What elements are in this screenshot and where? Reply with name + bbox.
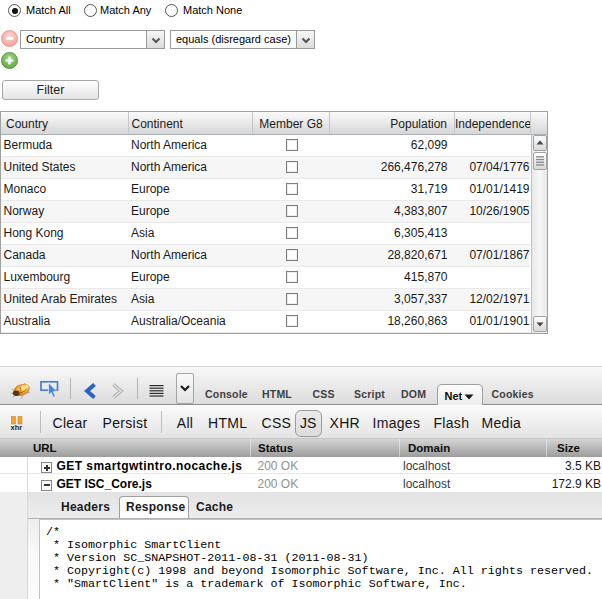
svg-text:xhr: xhr xyxy=(11,423,23,432)
